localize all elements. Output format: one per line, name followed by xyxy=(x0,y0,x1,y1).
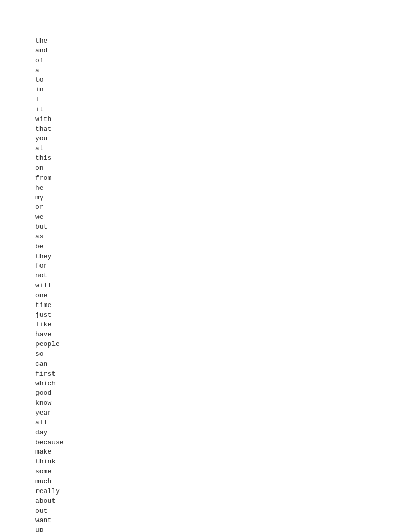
list-item: day xyxy=(35,428,399,438)
list-item: all xyxy=(35,418,399,428)
list-item: first xyxy=(35,369,399,379)
list-item: this xyxy=(35,154,399,164)
list-item: people xyxy=(35,340,399,350)
list-item: think xyxy=(35,457,399,467)
list-item: like xyxy=(35,320,399,330)
list-item: out xyxy=(35,507,399,516)
list-item: about xyxy=(35,497,399,507)
list-item: or xyxy=(35,203,399,212)
list-item: but xyxy=(35,222,399,232)
list-item: it xyxy=(35,105,399,115)
list-item: I xyxy=(35,95,399,105)
list-item: the xyxy=(35,36,399,46)
list-item: he xyxy=(35,183,399,193)
list-item: much xyxy=(35,477,399,487)
list-item: because xyxy=(35,438,399,448)
list-item: we xyxy=(35,212,399,222)
list-item: which xyxy=(35,379,399,389)
list-item: with xyxy=(35,115,399,125)
list-item: good xyxy=(35,389,399,398)
list-item: so xyxy=(35,350,399,360)
list-item: in xyxy=(35,85,399,95)
list-item: can xyxy=(35,360,399,369)
list-item: really xyxy=(35,487,399,497)
list-item: on xyxy=(35,164,399,174)
list-item: and xyxy=(35,46,399,56)
list-item: will xyxy=(35,281,399,291)
list-item: just xyxy=(35,311,399,321)
list-item: my xyxy=(35,193,399,203)
word-list: theandofatoinIitwiththatyouatthisonfromh… xyxy=(0,0,399,532)
list-item: for xyxy=(35,261,399,271)
list-item: to xyxy=(35,75,399,85)
list-item: as xyxy=(35,232,399,242)
list-item: of xyxy=(35,56,399,66)
list-item: that xyxy=(35,125,399,135)
list-item: know xyxy=(35,398,399,408)
list-item: some xyxy=(35,467,399,477)
list-item: be xyxy=(35,242,399,252)
list-item: make xyxy=(35,447,399,457)
list-item: you xyxy=(35,134,399,144)
list-item: one xyxy=(35,291,399,301)
list-item: from xyxy=(35,174,399,183)
list-item: not xyxy=(35,271,399,281)
list-item: want xyxy=(35,516,399,526)
list-item: a xyxy=(35,66,399,76)
list-item: time xyxy=(35,301,399,311)
list-item: have xyxy=(35,330,399,340)
list-item: they xyxy=(35,252,399,262)
list-item: at xyxy=(35,144,399,154)
list-item: year xyxy=(35,408,399,418)
list-item: up xyxy=(35,526,399,532)
